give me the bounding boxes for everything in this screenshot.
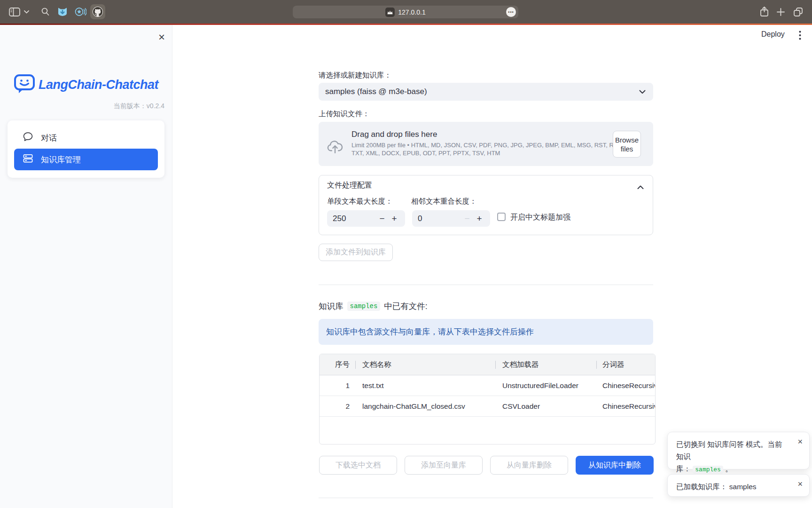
col-header-loader[interactable]: 文档加载器 (495, 354, 596, 375)
overlap-size-label: 相邻文本重合长度： (411, 197, 477, 206)
sidebar-item-label: 对话 (41, 133, 57, 143)
chevron-down-icon (639, 87, 646, 96)
table-row[interactable]: 2 langchain-ChatGLM_closed.csv CSVLoader… (320, 396, 656, 417)
toast-text: 已切换到 知识库问答 模式。当前知识 (676, 438, 789, 463)
cell-index: 1 (320, 375, 355, 396)
toast-mode-switched: 已切换到 知识库问答 模式。当前知识 库： samples 。 × (667, 432, 810, 469)
info-banner: 知识库中包含源文件与向量库，请从下表中选择文件后操作 (319, 319, 653, 345)
cell-name: test.txt (355, 375, 495, 396)
sidebar-chevron-down-icon[interactable] (24, 10, 29, 14)
chat-bubble-icon (23, 131, 33, 144)
screen: 127.0.0.1 ••• × LangChain-Chatchat 当前版本：… (0, 0, 812, 508)
kb-select-label: 请选择或新建知识库： (319, 71, 391, 80)
col-header-index[interactable]: 序号 (320, 354, 355, 375)
cloud-upload-icon (326, 138, 344, 157)
logo-chat-bubble-icon (14, 74, 35, 96)
extension-cat-icon[interactable] (57, 6, 68, 17)
table-row[interactable]: 1 test.txt UnstructuredFileLoader Chines… (320, 375, 656, 396)
url-text: 127.0.0.1 (398, 8, 425, 16)
zh-title-checkbox[interactable] (497, 213, 506, 221)
col-header-splitter[interactable]: 分词器 (596, 354, 656, 375)
address-bar[interactable]: 127.0.0.1 ••• (293, 6, 518, 18)
overlap-plus-button[interactable]: + (473, 214, 485, 224)
files-table[interactable]: 序号 文档名称 文档加载器 分词器 1 test.txt Unstructure… (319, 354, 656, 444)
version-label: 当前版本：v0.2.4 (0, 102, 164, 111)
chunk-plus-button[interactable]: + (388, 214, 400, 224)
cell-splitter: ChineseRecursiveT (596, 396, 656, 416)
app-logo: LangChain-Chatchat (14, 74, 158, 96)
chevron-up-icon[interactable] (637, 183, 644, 191)
sidebar-toggle-icon[interactable] (9, 8, 20, 16)
site-favicon (385, 8, 395, 17)
cell-splitter: ChineseRecursiveT (596, 375, 656, 396)
browse-files-button[interactable]: Browse files (613, 131, 641, 158)
kb-select-value: samples (faiss @ m3e-base) (325, 87, 639, 96)
table-header-row: 序号 文档名称 文档加载器 分词器 (320, 354, 656, 375)
kb-select[interactable]: samples (faiss @ m3e-base) (319, 83, 653, 101)
sidebar-item-dialogue[interactable]: 对话 (14, 127, 158, 149)
github-extension-button[interactable] (90, 4, 105, 19)
extension-star-circle-icon[interactable] (75, 7, 86, 17)
add-files-button[interactable]: 添加文件到知识库 (319, 244, 393, 261)
delete-from-kb-button[interactable]: 从知识库中删除 (576, 456, 654, 475)
search-icon[interactable] (41, 8, 49, 16)
sidebar-item-label: 知识库管理 (41, 154, 81, 165)
divider (319, 498, 653, 498)
database-icon (23, 153, 33, 166)
add-to-vectorstore-button[interactable]: 添加至向量库 (405, 456, 483, 475)
zh-title-checkbox-label: 开启中文标题加强 (510, 213, 570, 222)
dropzone-title: Drag and drop files here (351, 130, 437, 139)
app-menu-kebab-icon[interactable] (795, 30, 804, 40)
logo-text: LangChain-Chatchat (39, 78, 158, 92)
tab-overview-icon[interactable] (793, 7, 803, 17)
overlap-minus-button[interactable]: − (461, 214, 473, 224)
kb-name-code: samples (347, 302, 381, 311)
file-config-title: 文件处理配置 (327, 181, 372, 190)
chunk-minus-button[interactable]: − (376, 214, 388, 224)
toast-kb-loaded: 已加载知识库： samples × (667, 474, 810, 497)
chunk-size-value: 250 (333, 214, 376, 223)
toast-close-icon[interactable]: × (797, 438, 803, 445)
browser-toolbar: 127.0.0.1 ••• (0, 0, 812, 24)
upload-label: 上传知识文件： (319, 109, 370, 119)
chunk-size-input[interactable]: 250 − + (327, 210, 405, 227)
delete-from-vectorstore-button[interactable]: 从向量库删除 (490, 456, 568, 475)
toast-close-icon[interactable]: × (797, 480, 803, 488)
overlap-size-value: 0 (418, 214, 461, 223)
toast-text: 已加载知识库： samples (676, 481, 789, 493)
dropzone-limit-text: Limit 200MB per file • HTML, MD, JSON, C… (351, 142, 622, 157)
sidebar-close-icon[interactable]: × (156, 31, 168, 43)
cell-loader: UnstructuredFileLoader (495, 375, 596, 396)
download-selected-button[interactable]: 下载选中文档 (319, 456, 397, 475)
overlap-size-input[interactable]: 0 − + (412, 210, 490, 227)
kb-name-code: samples (693, 466, 723, 474)
col-header-name[interactable]: 文档名称 (355, 354, 495, 375)
kb-files-heading: 知识库 samples 中已有文件: (319, 301, 428, 312)
cell-name: langchain-ChatGLM_closed.csv (355, 396, 495, 416)
sidebar-item-knowledge-base[interactable]: 知识库管理 (14, 149, 158, 170)
share-icon[interactable] (760, 6, 769, 17)
divider (319, 285, 653, 285)
deploy-button[interactable]: Deploy (761, 30, 788, 39)
new-tab-icon[interactable] (777, 8, 785, 16)
chunk-size-label: 单段文本最大长度： (327, 197, 393, 206)
sidebar-menu: 对话 知识库管理 (8, 120, 164, 178)
sidebar: × LangChain-Chatchat 当前版本：v0.2.4 对话 知识库管… (0, 25, 172, 508)
cell-loader: CSVLoader (495, 396, 596, 416)
cell-index: 2 (320, 396, 355, 416)
page-options-icon[interactable]: ••• (506, 7, 516, 17)
